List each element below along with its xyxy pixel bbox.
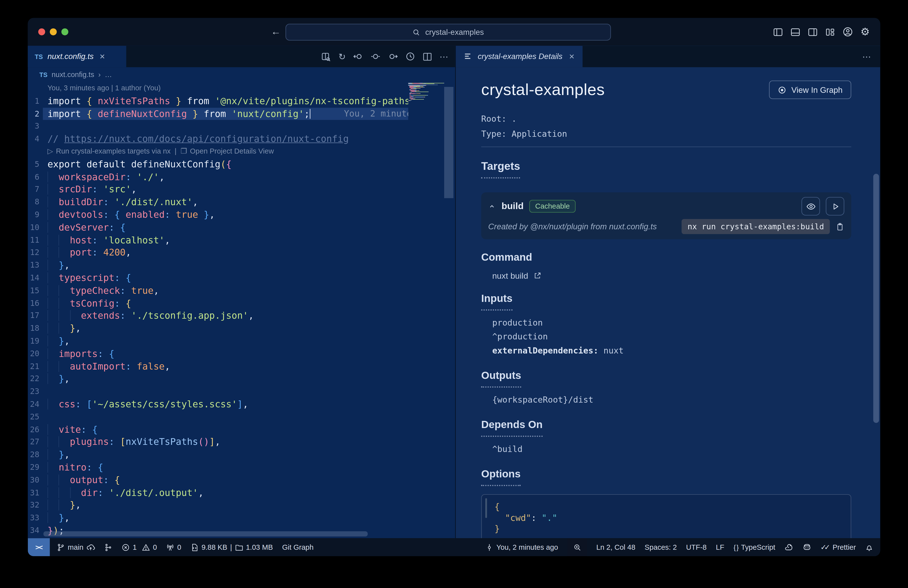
details-more-actions-icon[interactable]: ⋯ — [862, 46, 871, 67]
zoom-item[interactable] — [567, 538, 587, 556]
code-line[interactable]: 31 dir: './dist/.output', — [28, 486, 408, 499]
prettier-item[interactable]: ✓✓ Prettier — [820, 543, 856, 551]
code-line[interactable]: 22 }, — [28, 373, 408, 385]
timeline-history-icon[interactable] — [406, 52, 415, 61]
code-line[interactable]: 27 plugins: [nxViteTsPaths()], — [28, 436, 408, 448]
language-item[interactable]: { } TypeScript — [734, 543, 775, 551]
editor-more-actions-icon[interactable]: ⋯ — [440, 52, 448, 62]
details-tab-close-icon[interactable]: ✕ — [569, 52, 575, 60]
file-size-item[interactable]: 9.88 KB | 1.03 MB — [190, 543, 273, 551]
notifications-item[interactable] — [865, 543, 873, 551]
git-branch-item[interactable]: main — [57, 543, 95, 551]
maximize-window-button[interactable] — [61, 28, 68, 35]
chevron-up-icon[interactable] — [488, 202, 496, 210]
details-scrollbar[interactable] — [873, 174, 879, 423]
close-window-button[interactable] — [38, 28, 45, 35]
code-line[interactable]: 26 vite: { — [28, 423, 408, 436]
code-line[interactable]: 30 output: { — [28, 474, 408, 486]
code-line[interactable]: 21 autoImport: false, — [28, 360, 408, 373]
eol-item[interactable]: LF — [716, 543, 724, 551]
code-line[interactable]: 10 devServer: { — [28, 221, 408, 234]
code-line[interactable]: 1import { nxViteTsPaths } from '@nx/vite… — [28, 95, 408, 107]
account-icon[interactable] — [842, 27, 853, 37]
code-line[interactable]: 29 nitro: { — [28, 461, 408, 474]
git-commits-item[interactable] — [105, 543, 113, 551]
git-graph-item[interactable]: Git Graph — [282, 543, 314, 551]
code-line[interactable]: 11 host: 'localhost', — [28, 234, 408, 246]
tab-close-icon[interactable]: ✕ — [100, 52, 105, 60]
breadcrumb-symbol[interactable]: … — [105, 71, 112, 79]
code-line[interactable]: 32 }, — [28, 499, 408, 511]
command-center-search[interactable]: crystal-examples — [285, 24, 611, 40]
depends-on-heading[interactable]: Depends On — [481, 419, 543, 437]
toggle-secondary-sidebar-icon[interactable] — [808, 27, 818, 37]
ports-item[interactable]: 0 — [166, 543, 181, 551]
toggle-primary-sidebar-icon[interactable] — [773, 27, 783, 37]
refresh-icon[interactable]: ↻ — [338, 52, 346, 62]
code-line[interactable]: 3 — [28, 120, 408, 133]
remote-indicator[interactable]: >< — [28, 538, 50, 556]
run-command-chip[interactable]: nx run crystal-examples:build — [682, 219, 830, 234]
tab-project-details[interactable]: crystal-examples Details ✕ — [456, 46, 583, 67]
horizontal-scrollbar[interactable] — [43, 531, 368, 536]
targets-heading[interactable]: Targets — [481, 160, 520, 179]
blame-header-row[interactable]: You, 3 minutes ago | 1 author (You) — [28, 82, 408, 95]
problems-item[interactable]: 1 0 — [122, 543, 157, 551]
cursor-position-item[interactable]: Ln 2, Col 48 — [596, 543, 635, 551]
code-line[interactable]: 17 extends: './tsconfig.app.json', — [28, 309, 408, 322]
encoding-item[interactable]: UTF-8 — [686, 543, 707, 551]
code-line[interactable]: 6 workspaceDir: './', — [28, 171, 408, 183]
code-line[interactable]: 5export default defineNuxtConfig({ — [28, 158, 408, 171]
code-line[interactable]: 33 }, — [28, 512, 408, 524]
breadcrumb[interactable]: TS nuxt.config.ts › … — [28, 67, 455, 82]
code-line[interactable]: 20 imports: { — [28, 348, 408, 360]
minimap[interactable] — [408, 83, 444, 101]
code-line[interactable]: 8 buildDir: './dist/.nuxt', — [28, 196, 408, 209]
code-line[interactable]: 16 tsConfig: { — [28, 297, 408, 309]
split-editor-icon[interactable] — [423, 52, 432, 61]
code-lines[interactable]: You, 3 minutes ago | 1 author (You)1impo… — [28, 82, 408, 538]
blame-item[interactable]: You, 2 minutes ago — [485, 543, 558, 551]
code-line[interactable]: 13 }, — [28, 259, 408, 272]
code-line[interactable]: 2import { defineNuxtConfig } from 'nuxt/… — [28, 108, 408, 120]
code-line[interactable]: 19 }, — [28, 335, 408, 347]
codelens-row[interactable]: ▷Run crystal-examples targets via nx | ❐… — [28, 145, 408, 158]
nav-change-icon[interactable] — [370, 52, 380, 61]
code-line[interactable]: 14 typescript: { — [28, 272, 408, 284]
open-changes-icon[interactable] — [322, 52, 331, 61]
view-target-in-graph-button[interactable] — [802, 197, 820, 216]
minimize-window-button[interactable] — [50, 28, 57, 35]
code-line[interactable]: 18 }, — [28, 322, 408, 335]
view-in-graph-button[interactable]: View In Graph — [769, 81, 851, 99]
nav-next-change-icon[interactable] — [388, 52, 398, 61]
code-line[interactable]: 4// https://nuxt.com/docs/api/configurat… — [28, 133, 408, 145]
breadcrumb-file[interactable]: nuxt.config.ts — [52, 71, 94, 79]
external-link-icon[interactable] — [533, 272, 542, 280]
options-json-editor[interactable]: { "cwd": "."} — [481, 494, 851, 538]
code-line[interactable]: 9 devtools: { enabled: true }, — [28, 209, 408, 221]
history-back-icon[interactable]: ← — [271, 26, 281, 38]
options-heading[interactable]: Options — [481, 468, 521, 486]
code-line[interactable]: 15 typeCheck: true, — [28, 284, 408, 297]
code-line[interactable]: 12 port: 4200, — [28, 246, 408, 259]
outputs-heading[interactable]: Outputs — [481, 369, 521, 388]
run-target-button[interactable] — [826, 197, 844, 216]
toggle-panel-icon[interactable] — [790, 27, 800, 37]
indentation-item[interactable]: Spaces: 2 — [645, 543, 677, 551]
code-line[interactable]: 25 — [28, 411, 408, 423]
code-line[interactable]: 28 }, — [28, 448, 408, 461]
nav-previous-change-icon[interactable] — [353, 52, 363, 61]
code-editor[interactable]: You, 3 minutes ago | 1 author (You)1impo… — [28, 82, 455, 538]
squirrel-item[interactable] — [785, 543, 793, 551]
copilot-item[interactable] — [802, 543, 811, 551]
copy-clipboard-icon[interactable] — [836, 222, 844, 231]
vertical-scrollbar[interactable] — [444, 87, 454, 198]
customize-layout-icon[interactable] — [825, 27, 835, 37]
settings-gear-icon[interactable]: ⚙ — [860, 26, 870, 38]
code-line[interactable]: 7 srcDir: 'src', — [28, 184, 408, 196]
code-line[interactable]: 23 — [28, 385, 408, 398]
code-line[interactable]: 24 css: ['~/assets/css/styles.scss'], — [28, 398, 408, 411]
tab-nuxt-config[interactable]: TS nuxt.config.ts ✕ — [28, 46, 126, 67]
target-name[interactable]: build — [501, 201, 523, 211]
window-controls[interactable] — [38, 28, 68, 35]
